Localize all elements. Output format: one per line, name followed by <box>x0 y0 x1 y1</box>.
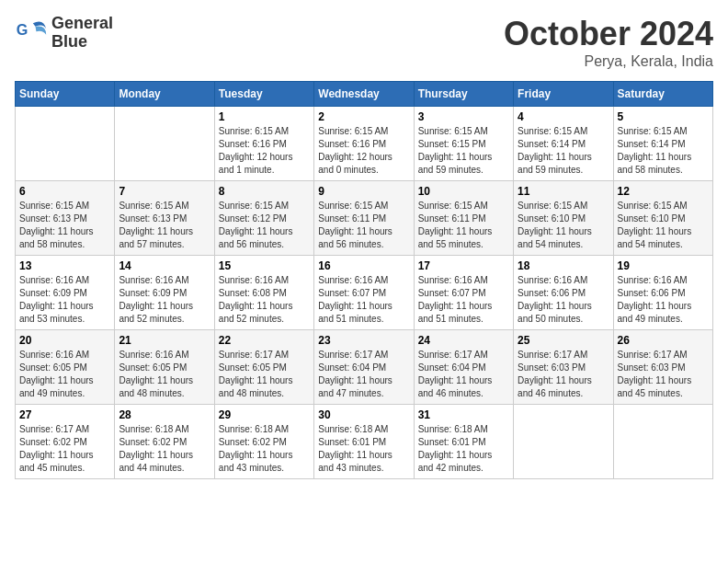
day-detail: Sunrise: 6:18 AM Sunset: 6:01 PM Dayligh… <box>418 423 509 475</box>
calendar-cell: 11Sunrise: 6:15 AM Sunset: 6:10 PM Dayli… <box>514 181 613 256</box>
calendar-cell: 17Sunrise: 6:16 AM Sunset: 6:07 PM Dayli… <box>414 256 513 330</box>
day-number: 19 <box>618 259 709 272</box>
day-detail: Sunrise: 6:15 AM Sunset: 6:10 PM Dayligh… <box>518 200 609 251</box>
calendar-body: 1Sunrise: 6:15 AM Sunset: 6:16 PM Daylig… <box>16 107 713 479</box>
calendar-cell: 14Sunrise: 6:16 AM Sunset: 6:09 PM Dayli… <box>115 256 214 330</box>
day-detail: Sunrise: 6:15 AM Sunset: 6:13 PM Dayligh… <box>119 200 210 251</box>
calendar-cell: 20Sunrise: 6:16 AM Sunset: 6:05 PM Dayli… <box>16 330 115 405</box>
calendar-cell: 6Sunrise: 6:15 AM Sunset: 6:13 PM Daylig… <box>16 181 115 256</box>
calendar-cell: 16Sunrise: 6:16 AM Sunset: 6:07 PM Dayli… <box>314 256 414 330</box>
header-row: SundayMondayTuesdayWednesdayThursdayFrid… <box>16 82 713 107</box>
week-row-0: 1Sunrise: 6:15 AM Sunset: 6:16 PM Daylig… <box>16 107 713 181</box>
day-number: 12 <box>618 185 709 198</box>
calendar-cell: 30Sunrise: 6:18 AM Sunset: 6:01 PM Dayli… <box>314 405 414 479</box>
day-detail: Sunrise: 6:17 AM Sunset: 6:04 PM Dayligh… <box>318 349 409 400</box>
day-number: 7 <box>119 185 210 198</box>
header-thursday: Thursday <box>414 82 513 107</box>
day-number: 6 <box>19 185 110 198</box>
day-number: 14 <box>119 259 210 272</box>
day-number: 17 <box>418 259 509 272</box>
day-detail: Sunrise: 6:18 AM Sunset: 6:02 PM Dayligh… <box>119 423 210 475</box>
calendar-subtitle: Perya, Kerala, India <box>504 53 713 70</box>
header-wednesday: Wednesday <box>314 82 414 107</box>
calendar-cell: 21Sunrise: 6:16 AM Sunset: 6:05 PM Dayli… <box>115 330 214 405</box>
calendar-cell: 9Sunrise: 6:15 AM Sunset: 6:11 PM Daylig… <box>314 181 414 256</box>
day-number: 30 <box>318 408 409 421</box>
day-number: 13 <box>19 259 110 272</box>
header-sunday: Sunday <box>16 82 115 107</box>
page-header: G General Blue October 2024 Perya, Keral… <box>15 15 713 70</box>
calendar-cell: 8Sunrise: 6:15 AM Sunset: 6:12 PM Daylig… <box>214 181 313 256</box>
title-block: October 2024 Perya, Kerala, India <box>504 15 713 70</box>
day-detail: Sunrise: 6:16 AM Sunset: 6:06 PM Dayligh… <box>618 274 709 326</box>
calendar-cell: 19Sunrise: 6:16 AM Sunset: 6:06 PM Dayli… <box>613 256 712 330</box>
calendar-cell: 7Sunrise: 6:15 AM Sunset: 6:13 PM Daylig… <box>115 181 214 256</box>
calendar-cell: 18Sunrise: 6:16 AM Sunset: 6:06 PM Dayli… <box>514 256 613 330</box>
calendar-cell: 10Sunrise: 6:15 AM Sunset: 6:11 PM Dayli… <box>414 181 513 256</box>
calendar-title: October 2024 <box>504 15 713 53</box>
day-detail: Sunrise: 6:15 AM Sunset: 6:13 PM Dayligh… <box>19 200 110 251</box>
day-number: 27 <box>19 408 110 421</box>
day-number: 2 <box>318 110 409 123</box>
day-number: 16 <box>318 259 409 272</box>
day-number: 9 <box>318 185 409 198</box>
day-detail: Sunrise: 6:17 AM Sunset: 6:03 PM Dayligh… <box>518 349 609 400</box>
logo-icon: G <box>15 17 48 50</box>
week-row-1: 6Sunrise: 6:15 AM Sunset: 6:13 PM Daylig… <box>16 181 713 256</box>
day-detail: Sunrise: 6:16 AM Sunset: 6:09 PM Dayligh… <box>119 274 210 326</box>
logo-name2: Blue <box>51 33 113 52</box>
day-number: 18 <box>518 259 609 272</box>
calendar-cell: 13Sunrise: 6:16 AM Sunset: 6:09 PM Dayli… <box>16 256 115 330</box>
day-detail: Sunrise: 6:17 AM Sunset: 6:04 PM Dayligh… <box>418 349 509 400</box>
day-detail: Sunrise: 6:17 AM Sunset: 6:05 PM Dayligh… <box>219 349 310 400</box>
week-row-3: 20Sunrise: 6:16 AM Sunset: 6:05 PM Dayli… <box>16 330 713 405</box>
calendar-cell: 15Sunrise: 6:16 AM Sunset: 6:08 PM Dayli… <box>214 256 313 330</box>
day-number: 10 <box>418 185 509 198</box>
day-number: 31 <box>418 408 509 421</box>
logo-name1: General <box>51 15 113 33</box>
logo: G General Blue <box>15 15 113 52</box>
day-number: 28 <box>119 408 210 421</box>
day-detail: Sunrise: 6:16 AM Sunset: 6:09 PM Dayligh… <box>19 274 110 326</box>
day-detail: Sunrise: 6:16 AM Sunset: 6:05 PM Dayligh… <box>119 349 210 400</box>
day-detail: Sunrise: 6:16 AM Sunset: 6:06 PM Dayligh… <box>518 274 609 326</box>
day-number: 26 <box>618 334 709 347</box>
day-number: 11 <box>518 185 609 198</box>
calendar-cell: 24Sunrise: 6:17 AM Sunset: 6:04 PM Dayli… <box>414 330 513 405</box>
day-number: 1 <box>219 110 310 123</box>
calendar-cell: 1Sunrise: 6:15 AM Sunset: 6:16 PM Daylig… <box>214 107 313 181</box>
calendar-cell: 29Sunrise: 6:18 AM Sunset: 6:02 PM Dayli… <box>214 405 313 479</box>
day-detail: Sunrise: 6:15 AM Sunset: 6:14 PM Dayligh… <box>518 125 609 177</box>
day-number: 21 <box>119 334 210 347</box>
day-detail: Sunrise: 6:17 AM Sunset: 6:02 PM Dayligh… <box>19 423 110 475</box>
day-number: 15 <box>219 259 310 272</box>
calendar-cell: 5Sunrise: 6:15 AM Sunset: 6:14 PM Daylig… <box>613 107 712 181</box>
header-tuesday: Tuesday <box>214 82 313 107</box>
day-detail: Sunrise: 6:16 AM Sunset: 6:05 PM Dayligh… <box>19 349 110 400</box>
calendar-cell: 26Sunrise: 6:17 AM Sunset: 6:03 PM Dayli… <box>613 330 712 405</box>
day-detail: Sunrise: 6:15 AM Sunset: 6:11 PM Dayligh… <box>318 200 409 251</box>
day-number: 23 <box>318 334 409 347</box>
week-row-2: 13Sunrise: 6:16 AM Sunset: 6:09 PM Dayli… <box>16 256 713 330</box>
day-detail: Sunrise: 6:18 AM Sunset: 6:01 PM Dayligh… <box>318 423 409 475</box>
week-row-4: 27Sunrise: 6:17 AM Sunset: 6:02 PM Dayli… <box>16 405 713 479</box>
day-detail: Sunrise: 6:15 AM Sunset: 6:16 PM Dayligh… <box>318 125 409 177</box>
calendar-cell: 27Sunrise: 6:17 AM Sunset: 6:02 PM Dayli… <box>16 405 115 479</box>
calendar-cell: 28Sunrise: 6:18 AM Sunset: 6:02 PM Dayli… <box>115 405 214 479</box>
calendar-cell <box>514 405 613 479</box>
day-detail: Sunrise: 6:15 AM Sunset: 6:12 PM Dayligh… <box>219 200 310 251</box>
day-detail: Sunrise: 6:15 AM Sunset: 6:16 PM Dayligh… <box>219 125 310 177</box>
day-detail: Sunrise: 6:15 AM Sunset: 6:14 PM Dayligh… <box>618 125 709 177</box>
day-detail: Sunrise: 6:18 AM Sunset: 6:02 PM Dayligh… <box>219 423 310 475</box>
day-number: 24 <box>418 334 509 347</box>
day-detail: Sunrise: 6:15 AM Sunset: 6:10 PM Dayligh… <box>618 200 709 251</box>
header-friday: Friday <box>514 82 613 107</box>
calendar-cell <box>115 107 214 181</box>
day-number: 29 <box>219 408 310 421</box>
calendar-header: SundayMondayTuesdayWednesdayThursdayFrid… <box>16 82 713 107</box>
header-monday: Monday <box>115 82 214 107</box>
day-detail: Sunrise: 6:15 AM Sunset: 6:11 PM Dayligh… <box>418 200 509 251</box>
day-number: 22 <box>219 334 310 347</box>
day-detail: Sunrise: 6:16 AM Sunset: 6:08 PM Dayligh… <box>219 274 310 326</box>
calendar-table: SundayMondayTuesdayWednesdayThursdayFrid… <box>15 81 713 479</box>
